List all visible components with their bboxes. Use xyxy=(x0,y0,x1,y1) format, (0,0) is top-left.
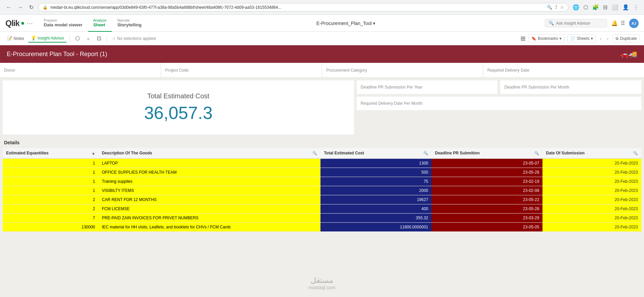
lasso-button[interactable]: ⬡ xyxy=(72,34,83,43)
browser-ext-icon-3[interactable]: 🧩 xyxy=(591,3,600,11)
cell-date-of-submission: 20-Feb-2023 xyxy=(542,158,641,168)
filter-procurement-category-label: Procurement Category xyxy=(326,68,367,73)
browser-ext-icon-4[interactable]: ⊟ xyxy=(602,3,609,11)
title-truck-icon: 🚗🚚 xyxy=(620,50,637,58)
browser-profile-icon[interactable]: 👤 xyxy=(621,3,630,11)
share-icon: ⤴ xyxy=(555,5,557,10)
main-content: Total Estimated Cost 36,057.3 Deadline P… xyxy=(0,78,644,137)
col-search-deadline[interactable]: 🔍 xyxy=(534,151,539,155)
cell-total-cost: 1300 xyxy=(320,158,431,168)
deadline-per-month-filter[interactable]: Deadline PR Submission Per Month xyxy=(500,80,641,94)
details-section: Details Estimated Equantities ▲ Descript… xyxy=(0,137,644,234)
cell-deadline: 23-02-08 xyxy=(431,186,542,195)
next-sheet-arrow[interactable]: › xyxy=(605,35,610,42)
forward-button[interactable]: → xyxy=(16,3,25,12)
address-bar[interactable]: 🔒 medair-bi.eu.qlikcloud.com/sense/app/0… xyxy=(38,3,569,11)
col-search-description[interactable]: 🔍 xyxy=(312,151,317,155)
details-table: Estimated Equantities ▲ Description Of T… xyxy=(3,148,641,232)
cell-date-of-submission: 20-Feb-2023 xyxy=(542,223,641,232)
notes-button[interactable]: 📝 Notes xyxy=(4,34,27,42)
browser-menu-icon[interactable]: ⋮ xyxy=(632,3,640,11)
col-search-cost[interactable]: 🔍 xyxy=(423,151,428,155)
browser-nav: ← → ↻ xyxy=(4,3,36,12)
sheets-button[interactable]: 📄 Sheets ▾ xyxy=(567,34,596,43)
browser-ext-icon-1[interactable]: 🌐 xyxy=(571,3,581,11)
table-row: 2CAR RENT FOR 12 MONTHS1962723-05-2220-F… xyxy=(3,195,641,204)
cell-date-of-submission: 20-Feb-2023 xyxy=(542,204,641,214)
nav-tabs: Prepare Data model viewer Analyze Sheet … xyxy=(38,15,147,32)
cell-estimated-quantities: 2 xyxy=(3,204,98,214)
select-icon: ⬦ xyxy=(87,35,90,42)
prev-sheet-arrow[interactable]: ‹ xyxy=(599,35,603,42)
insight-advisor-input[interactable] xyxy=(556,21,603,26)
cell-description: CAR RENT FOR 12 MONTHS xyxy=(98,195,320,204)
app-title-chevron[interactable]: ▾ xyxy=(373,21,375,26)
duplicate-label: Duplicate xyxy=(620,36,637,41)
tab-prepare-subtitle: Data model viewer xyxy=(44,22,82,27)
qlik-menu-icon[interactable]: ⋯ xyxy=(27,20,33,27)
user-avatar[interactable]: AJ xyxy=(629,19,639,28)
filter-donor[interactable]: Donor xyxy=(0,63,161,77)
url-text: medair-bi.eu.qlikcloud.com/sense/app/03d… xyxy=(50,5,544,10)
tab-prepare[interactable]: Prepare Data model viewer xyxy=(38,15,88,32)
grid-view-icon[interactable]: ⊞ xyxy=(520,35,526,42)
page-title: E-Procurement Plan Tool - Report (1) xyxy=(7,51,107,58)
filter-button[interactable]: ⊡ xyxy=(94,34,104,43)
toolbar: 📝 Notes 💡 Insight Advisor ⬡ ⬦ ⊡ ○ No sel… xyxy=(0,32,644,45)
filter-required-delivery-date[interactable]: Required Delivery Date xyxy=(483,63,644,77)
required-delivery-per-month-filter[interactable]: Required Delivery Date Per Month xyxy=(357,97,641,110)
cell-deadline: 23-05-05 xyxy=(431,223,542,232)
refresh-button[interactable]: ↻ xyxy=(27,3,36,12)
bookmarks-button[interactable]: 🔖 Bookmarks ▾ xyxy=(528,34,564,43)
cell-total-cost: 75 xyxy=(320,177,431,186)
cell-description: LAPTOP xyxy=(98,158,320,168)
sort-icon[interactable]: ▲ xyxy=(92,151,95,155)
cell-estimated-quantities: 1 xyxy=(3,177,98,186)
col-header-estimated-quantities: Estimated Equantities ▲ xyxy=(3,148,98,158)
insight-advisor-button[interactable]: 💡 Insight Advisor xyxy=(28,34,67,43)
cell-deadline: 23-03-29 xyxy=(431,214,542,223)
cell-estimated-quantities: 2 xyxy=(3,195,98,204)
sheets-label: Sheets xyxy=(577,36,589,41)
filter-project-code[interactable]: Project Code xyxy=(161,63,322,77)
tab-analyze-label: Analyze xyxy=(93,18,107,22)
select-button[interactable]: ⬦ xyxy=(84,34,93,43)
duplicate-button[interactable]: ⧉ Duplicate xyxy=(613,34,640,43)
kpi-card: Total Estimated Cost 36,057.3 xyxy=(3,80,354,134)
header-right: 🔍 🔔 ⠿ AJ xyxy=(545,19,639,28)
notes-label: Notes xyxy=(14,36,24,41)
browser-ext-icon-5[interactable]: ⬜ xyxy=(610,3,620,11)
filter-procurement-category[interactable]: Procurement Category xyxy=(322,63,483,77)
tab-narrate[interactable]: Narrate Storytelling xyxy=(112,15,147,32)
cell-date-of-submission: 20-Feb-2023 xyxy=(542,214,641,223)
table-body: 1LAPTOP130023-05-0720-Feb-20231OFFICE SU… xyxy=(3,158,641,232)
notification-icon[interactable]: 🔔 xyxy=(611,20,618,26)
sheets-chevron: ▾ xyxy=(591,36,593,41)
browser-actions: 🌐 ⬡ 🧩 ⊟ ⬜ 👤 ⋮ xyxy=(571,3,640,11)
cell-total-cost: 2000 xyxy=(320,186,431,195)
right-panel: Deadline PR Submission Per Year Deadline… xyxy=(357,80,641,134)
search-box-icon: 🔍 xyxy=(549,21,554,26)
insight-advisor-label: Insight Advisor xyxy=(38,36,64,41)
cell-date-of-submission: 20-Feb-2023 xyxy=(542,195,641,204)
qlik-wordmark: Qlik xyxy=(5,19,19,28)
no-selections-icon: ○ xyxy=(112,36,115,41)
cell-estimated-quantities: 1 xyxy=(3,186,98,195)
col-search-date[interactable]: 🔍 xyxy=(633,151,638,155)
deadline-per-year-filter[interactable]: Deadline PR Submission Per Year xyxy=(357,80,498,94)
lock-icon: 🔒 xyxy=(43,5,48,10)
bookmark-star-icon: ☆ xyxy=(560,5,564,10)
apps-icon[interactable]: ⠿ xyxy=(621,20,625,27)
tab-analyze[interactable]: Analyze Sheet xyxy=(88,15,112,32)
cell-total-cost: 500 xyxy=(320,168,431,177)
deadline-per-year-label: Deadline PR Submission Per Year xyxy=(361,85,422,90)
back-button[interactable]: ← xyxy=(4,3,14,12)
insight-search-box[interactable]: 🔍 xyxy=(545,19,607,27)
qlik-logo[interactable]: Qlik xyxy=(5,19,24,28)
cell-estimated-quantities: 7 xyxy=(3,214,98,223)
cell-date-of-submission: 20-Feb-2023 xyxy=(542,177,641,186)
browser-ext-icon-2[interactable]: ⬡ xyxy=(582,3,590,11)
filter-boxes-row: Deadline PR Submission Per Year Deadline… xyxy=(357,80,641,94)
qlik-dot xyxy=(21,22,24,25)
cell-deadline: 23-02-19 xyxy=(431,177,542,186)
